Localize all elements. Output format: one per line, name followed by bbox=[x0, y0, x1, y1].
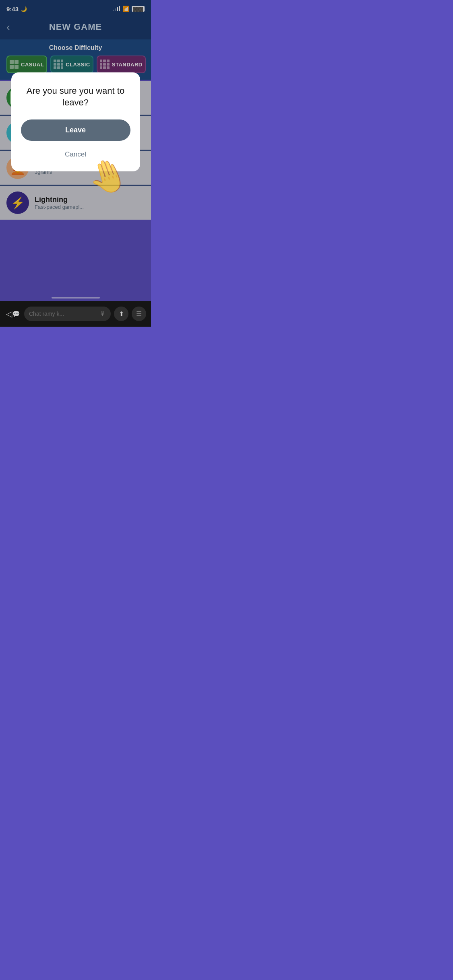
modal-title: Are you sure you want to leave? bbox=[21, 85, 130, 108]
leave-button[interactable]: Leave bbox=[21, 119, 130, 141]
leave-modal: Are you sure you want to leave? Leave Ca… bbox=[11, 72, 140, 171]
modal-overlay: Are you sure you want to leave? Leave Ca… bbox=[0, 0, 151, 327]
cursor-hand-icon: 🤚 bbox=[82, 152, 133, 202]
cancel-button[interactable]: Cancel bbox=[62, 147, 89, 162]
